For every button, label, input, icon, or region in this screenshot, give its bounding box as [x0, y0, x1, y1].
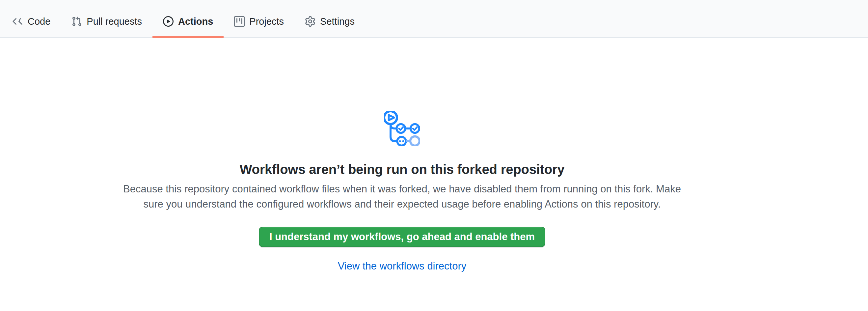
tab-label: Code — [28, 16, 51, 27]
blankslate-description-line2: sure you understand the configured workf… — [122, 197, 682, 212]
workflow-illustration-icon — [0, 111, 804, 147]
active-tab-underline — [152, 36, 224, 38]
code-icon — [12, 16, 23, 27]
actions-disabled-blankslate: Workflows aren’t being run on this forke… — [0, 111, 804, 273]
view-workflows-directory-link[interactable]: View the workflows directory — [338, 260, 467, 272]
tab-projects[interactable]: Projects — [224, 6, 294, 37]
tab-label: Pull requests — [87, 16, 142, 27]
blankslate-description-line1: Because this repository contained workfl… — [122, 182, 682, 197]
tab-label: Actions — [178, 16, 213, 27]
enable-workflows-button[interactable]: I understand my workflows, go ahead and … — [259, 227, 545, 247]
blankslate-heading: Workflows aren’t being run on this forke… — [0, 160, 804, 179]
gear-icon — [305, 16, 315, 27]
tab-label: Settings — [320, 16, 354, 27]
play-icon — [163, 16, 174, 27]
link-row: View the workflows directory — [0, 259, 804, 273]
tab-code[interactable]: Code — [2, 6, 61, 37]
pull-request-icon — [71, 16, 82, 27]
tab-pull-requests[interactable]: Pull requests — [61, 6, 152, 37]
tab-settings[interactable]: Settings — [294, 6, 365, 37]
tab-label: Projects — [249, 16, 284, 27]
tab-actions[interactable]: Actions — [152, 6, 224, 37]
repo-nav: Code Pull requests Actions Projects — [0, 0, 868, 38]
blankslate-description: Because this repository contained workfl… — [122, 182, 682, 212]
project-icon — [234, 16, 245, 27]
